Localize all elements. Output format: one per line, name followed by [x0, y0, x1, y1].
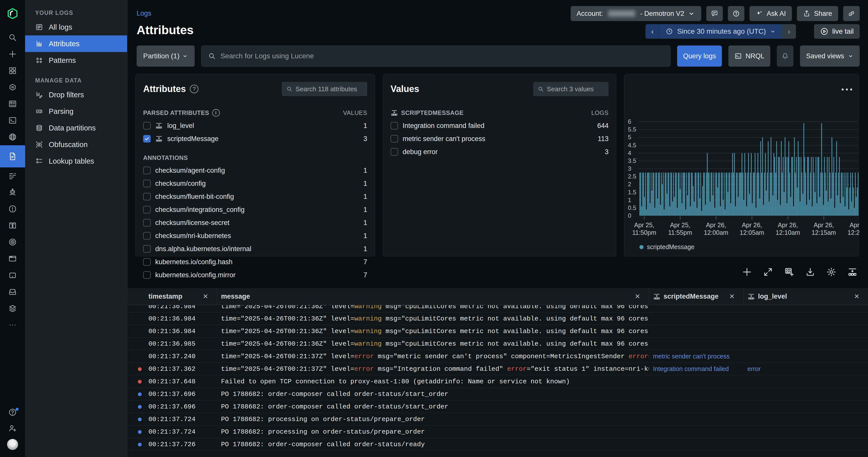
add-to-dashboard-icon[interactable] [784, 267, 794, 278]
rail-items [0, 29, 25, 333]
help-circle-icon[interactable]: ? [190, 85, 198, 93]
log-row[interactable]: 00:21:36.985time="2025-04-26T00:21:36Z" … [127, 338, 868, 350]
attributes-search[interactable] [282, 82, 367, 96]
invite-user-icon[interactable] [0, 420, 25, 436]
feedback-button[interactable] [706, 6, 723, 21]
log-row[interactable]: 00:21:37.240time="2025-04-26T00:21:37Z" … [127, 350, 868, 363]
checkbox[interactable] [143, 232, 151, 239]
apm-icon[interactable] [0, 234, 25, 250]
severity-dot [138, 367, 142, 371]
checkbox[interactable] [143, 167, 151, 174]
entities-icon[interactable] [0, 79, 25, 95]
checkbox[interactable] [143, 135, 151, 143]
log-row[interactable]: 00:21:37.696PO 1788682: order-composer c… [127, 388, 868, 400]
log-row[interactable]: 00:21:37.696PO 1788682: order-composer c… [127, 400, 868, 413]
browser-monitoring-icon[interactable] [0, 250, 25, 267]
values-search-input[interactable] [547, 85, 604, 93]
checkbox[interactable] [143, 193, 151, 200]
log-timestamp: 00:21:37.648 [127, 378, 217, 385]
sidebar-item-lookup-tables[interactable]: Lookup tables [25, 153, 127, 169]
checkbox[interactable] [391, 135, 398, 143]
checkbox[interactable] [143, 258, 151, 266]
sidebar-item-data-partitions[interactable]: Data partitions [25, 120, 127, 136]
log-row[interactable]: 00:21:37.726PO 1788682: order-composer c… [127, 438, 868, 451]
create-icon[interactable] [0, 46, 25, 62]
log-scriptedmessage[interactable]: Integration command failed [649, 365, 743, 373]
download-icon[interactable] [805, 267, 815, 278]
time-forward-button[interactable]: › [782, 24, 796, 39]
checkbox[interactable] [143, 219, 151, 227]
sidebar-item-drop-filters[interactable]: Drop filters [25, 86, 127, 103]
remove-column-icon[interactable]: ✕ [203, 293, 208, 301]
query-console-icon[interactable] [0, 112, 25, 129]
checkbox[interactable] [391, 148, 398, 155]
sidebar-item-obfuscation[interactable]: Obfuscation [25, 136, 127, 153]
attribute-columns-icon[interactable] [847, 267, 858, 278]
nrql-button[interactable]: NRQL [728, 46, 770, 67]
account-picker[interactable]: Account:- Demotron V2 [570, 6, 702, 21]
info-icon[interactable]: i [212, 109, 220, 117]
log-scriptedmessage[interactable]: metric sender can't process [649, 353, 743, 360]
apps-icon[interactable] [0, 62, 25, 79]
log-row[interactable]: 00:21:36.984time="2025-04-26T00:21:36Z" … [127, 305, 868, 312]
checkbox[interactable] [143, 245, 151, 253]
layers-icon[interactable] [0, 300, 25, 317]
checkbox[interactable] [143, 271, 151, 279]
logs-timeseries-chart[interactable]: 65.554.543.532.521.510.50Apr 25,11:50pmA… [624, 75, 859, 240]
mobile-icon[interactable] [0, 267, 25, 284]
share-button[interactable]: Share [797, 6, 838, 21]
remove-column-icon[interactable]: ✕ [729, 293, 735, 301]
log-search-bar[interactable] [201, 46, 671, 67]
sidebar-item-attributes[interactable]: Attributes [25, 35, 127, 52]
severity-dot [138, 380, 142, 383]
values-search[interactable] [533, 82, 609, 96]
log-row[interactable]: 00:21:36.984time="2025-04-26T00:21:36Z" … [127, 325, 868, 338]
remove-column-icon[interactable]: ✕ [635, 293, 640, 301]
value-row: debug error3 [391, 145, 609, 159]
checkbox[interactable] [143, 122, 151, 130]
breadcrumb-logs[interactable]: Logs [136, 9, 151, 17]
log-search-input[interactable] [220, 52, 664, 60]
browse-icon[interactable] [0, 129, 25, 145]
settings-icon[interactable] [826, 267, 836, 278]
help-button[interactable] [728, 6, 744, 21]
checkbox[interactable] [143, 206, 151, 213]
infrastructure-icon[interactable] [0, 217, 25, 234]
saved-views-dropdown[interactable]: Saved views [800, 46, 860, 67]
log-level[interactable]: error [743, 365, 868, 373]
svg-text:1: 1 [628, 197, 631, 203]
attributes-search-input[interactable] [296, 85, 363, 93]
time-range-picker[interactable]: Since 30 minutes ago (UTC) [659, 24, 782, 39]
inbox-icon[interactable] [0, 284, 25, 300]
sidebar-item-all-logs[interactable]: All logs [25, 19, 127, 35]
checkbox[interactable] [143, 180, 151, 187]
help-icon[interactable] [0, 404, 25, 420]
logs-icon[interactable] [0, 145, 25, 167]
ai-assistant-icon[interactable] [0, 184, 25, 201]
log-row[interactable]: 00:21:37.724PO 1788682: processing on or… [127, 413, 868, 426]
user-avatar[interactable] [0, 436, 25, 453]
add-chart-icon[interactable] [742, 267, 752, 278]
checkbox[interactable] [391, 122, 398, 130]
query-logs-button[interactable]: Query logs [677, 46, 722, 67]
dashboards-icon[interactable] [0, 95, 25, 112]
alerts-icon[interactable] [0, 201, 25, 217]
partition-dropdown[interactable]: Partition (1) [136, 46, 195, 67]
log-row[interactable]: 00:21:36.984time="2025-04-26T00:21:36Z" … [127, 312, 868, 325]
ask-ai-button[interactable]: Ask AI [749, 6, 792, 21]
alerts-bell-button[interactable] [777, 46, 794, 67]
remove-column-icon[interactable]: ✕ [854, 293, 860, 301]
copy-link-button[interactable] [843, 6, 860, 21]
search-icon[interactable] [0, 29, 25, 46]
expand-icon[interactable] [763, 267, 773, 278]
newrelic-logo-icon[interactable] [6, 7, 19, 20]
sidebar-item-patterns[interactable]: Patterns [25, 52, 127, 68]
time-back-button[interactable]: ‹ [646, 24, 659, 39]
log-row[interactable]: 00:21:37.362time="2025-04-26T00:21:37Z" … [127, 363, 868, 375]
more-icon[interactable] [0, 317, 25, 333]
sidebar-item-parsing[interactable]: Parsing [25, 103, 127, 120]
live-tail-button[interactable]: live tail [814, 24, 860, 39]
log-row[interactable]: 00:21:37.724PO 1788682: processing on or… [127, 426, 868, 438]
log-row[interactable]: 00:21:37.648Failed to open TCP connectio… [127, 375, 868, 388]
traces-icon[interactable] [0, 167, 25, 184]
